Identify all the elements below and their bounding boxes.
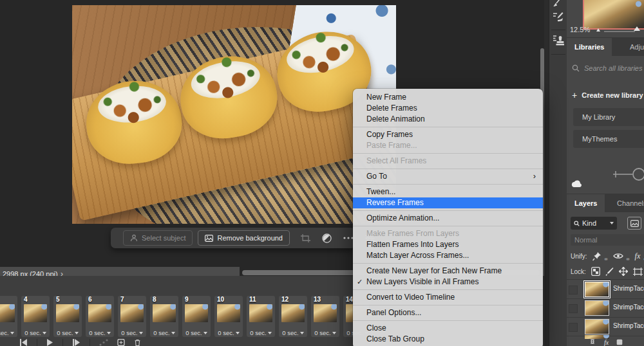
more-icon[interactable] [343, 237, 354, 239]
zoom-in-icon[interactable] [634, 26, 640, 31]
eyedropper-tool-icon[interactable] [549, 11, 567, 23]
timeline-frame-5[interactable]: 50 sec. [53, 296, 82, 337]
menu-item-delete-frames[interactable]: Delete Frames [353, 103, 543, 114]
timeline-frame-9[interactable]: 90 sec. [182, 296, 211, 337]
menu-item-panel-options[interactable]: Panel Options... [353, 307, 543, 318]
timeline-frame-8[interactable]: 80 sec. [150, 296, 178, 337]
menu-item-match-layer-across-frames[interactable]: Match Layer Across Frames... [353, 250, 543, 261]
menu-item-flatten-frames-into-layers[interactable]: Flatten Frames Into Layers [353, 239, 543, 250]
play-button[interactable] [46, 339, 53, 346]
zoom-value[interactable]: 12.5% [570, 26, 590, 33]
unify-visibility-icon[interactable] [613, 253, 623, 259]
menu-item-close-tab-group[interactable]: Close Tab Group [353, 334, 543, 345]
frame-thumbnail[interactable] [120, 304, 144, 322]
next-frame-button[interactable] [72, 339, 80, 346]
menu-item-go-to[interactable]: Go To› [353, 171, 543, 182]
zoom-slider[interactable] [604, 31, 635, 32]
timeline-frame-13[interactable]: 130 sec. [311, 296, 339, 337]
menu-item-reverse-frames[interactable]: Reverse Frames [353, 197, 543, 208]
timeline-frame-7[interactable]: 70 sec. [118, 296, 146, 337]
menu-item-convert-to-video-timeline[interactable]: Convert to Video Timeline [353, 292, 543, 303]
frame-thumbnail[interactable] [0, 304, 15, 322]
layer-thumbnail[interactable] [585, 319, 609, 334]
layer-visibility-toggle[interactable] [569, 323, 578, 332]
frame-delay-dropdown[interactable]: 0 sec. [21, 329, 50, 336]
library-item-my-library[interactable]: My Library [573, 108, 644, 126]
layer-visibility-toggle[interactable] [569, 304, 578, 313]
frame-thumbnail[interactable] [24, 304, 47, 322]
tween-button[interactable] [99, 339, 108, 346]
menu-item-close[interactable]: Close [353, 323, 543, 334]
layer-row[interactable]: ShrimpTaco [567, 299, 644, 318]
menu-item-create-new-layer-for-each-new-frame[interactable]: Create New Layer for Each New Frame [353, 266, 543, 277]
zoom-out-icon[interactable] [596, 28, 600, 32]
menu-item-tween[interactable]: Tween... [353, 187, 543, 197]
tab-layers[interactable]: Layers [567, 194, 605, 212]
unify-style-icon[interactable]: fx [635, 251, 641, 261]
layer-name[interactable]: ShrimpTaco [613, 322, 644, 329]
lock-position-icon[interactable] [619, 267, 628, 276]
timeline-frame-6[interactable]: 60 sec. [86, 296, 114, 337]
frame-delay-dropdown[interactable]: 0 sec. [118, 329, 146, 336]
frame-thumbnail[interactable] [314, 304, 337, 322]
layer-row[interactable]: ShrimpTaco [567, 318, 644, 336]
frame-thumbnail[interactable] [185, 304, 208, 322]
timeline-frame-4[interactable]: 40 sec. [21, 296, 50, 337]
contrast-icon[interactable] [322, 233, 332, 243]
frame-thumbnail[interactable] [88, 304, 111, 322]
lock-artboard-icon[interactable] [633, 268, 643, 276]
frame-delay-dropdown[interactable]: 0 sec. [311, 329, 339, 336]
frame-thumbnail[interactable] [56, 304, 79, 322]
frame-thumbnail[interactable] [249, 304, 272, 322]
frame-delay-dropdown[interactable]: 0 sec. [53, 329, 82, 336]
frame-thumbnail[interactable] [153, 304, 176, 322]
tab-adjustments[interactable]: Adjustments [622, 38, 644, 56]
document-canvas[interactable] [72, 5, 396, 224]
new-layer-icon[interactable] [616, 339, 623, 345]
frame-delay-dropdown[interactable]: 0 sec. [0, 329, 17, 336]
layer-row[interactable]: ShrimpTaco [567, 280, 644, 299]
frame-delay-dropdown[interactable]: 0 sec. [247, 329, 275, 336]
menu-item-optimize-animation[interactable]: Optimize Animation... [353, 213, 543, 224]
layer-thumbnail[interactable] [585, 282, 609, 297]
remove-background-button[interactable]: Remove background [198, 230, 290, 246]
layer-style-icon[interactable]: fx [604, 339, 609, 346]
frame-delay-dropdown[interactable]: 0 sec. [150, 329, 178, 336]
layer-name[interactable]: ShrimpTaco [613, 304, 644, 311]
frame-delay-dropdown[interactable]: 0 sec. [86, 329, 114, 336]
crop-icon[interactable] [301, 234, 310, 242]
layer-name[interactable]: ShrimpTaco [613, 285, 644, 292]
lock-transparency-icon[interactable] [591, 267, 600, 276]
create-new-library-button[interactable]: + Create new library [572, 90, 643, 100]
menu-item-new-frame[interactable]: New Frame [353, 92, 543, 103]
timeline-frame-10[interactable]: 100 sec. [214, 296, 243, 337]
library-item-mythemes[interactable]: MyThemes [573, 130, 644, 148]
tab-libraries[interactable]: Libraries [567, 38, 612, 56]
frame-delay-dropdown[interactable]: 0 sec. [279, 329, 307, 336]
link-layers-icon[interactable] [589, 339, 596, 344]
timeline-frame-3[interactable]: 30 sec. [0, 296, 17, 337]
frame-thumbnail[interactable] [281, 304, 305, 322]
timeline-frame-12[interactable]: 120 sec. [279, 296, 307, 337]
delete-frame-button[interactable] [134, 339, 141, 346]
frame-delay-dropdown[interactable]: 0 sec. [182, 329, 211, 336]
timeline-frame-11[interactable]: 110 sec. [247, 296, 275, 337]
pixel-filter-button[interactable] [627, 217, 641, 230]
unify-position-icon[interactable] [592, 251, 601, 261]
new-frame-button[interactable] [117, 339, 125, 346]
layer-filter-dropdown[interactable]: Kind [571, 217, 617, 230]
clone-stamp-tool-icon[interactable] [549, 34, 567, 47]
layer-thumbnail[interactable] [585, 300, 609, 316]
library-search[interactable]: Search all libraries [572, 64, 644, 72]
menu-item-copy-frames[interactable]: Copy Frames [353, 129, 543, 140]
frame-delay-dropdown[interactable]: 0 sec. [214, 329, 243, 336]
layer-visibility-toggle[interactable] [569, 286, 578, 295]
brush-tool-icon[interactable] [549, 0, 567, 6]
menu-item-new-layers-visible-in-all-frames[interactable]: ✓New Layers Visible in All Frames [353, 277, 543, 287]
frame-thumbnail[interactable] [217, 304, 240, 322]
lock-pixels-icon[interactable] [605, 267, 614, 276]
first-frame-button[interactable] [19, 339, 28, 346]
cloud-sync-icon[interactable] [571, 180, 582, 188]
menu-item-delete-animation[interactable]: Delete Animation [353, 114, 543, 125]
tab-channels[interactable]: Channels [609, 194, 644, 212]
